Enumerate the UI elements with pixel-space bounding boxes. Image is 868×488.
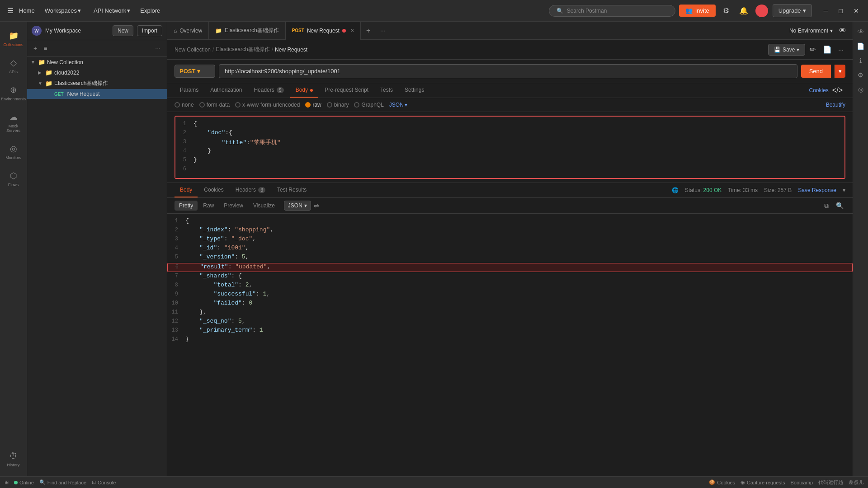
new-button[interactable]: New <box>113 25 133 36</box>
tab-close-button[interactable]: ✕ <box>350 28 354 33</box>
beautify-button[interactable]: Beautify <box>826 102 845 108</box>
right-panel-settings-button[interactable]: ⚙ <box>855 69 866 81</box>
search-response-button[interactable]: 🔍 <box>834 201 845 211</box>
upgrade-button[interactable]: Upgrade ▾ <box>773 4 812 17</box>
tab-new-request[interactable]: POST New Request ✕ <box>286 22 361 40</box>
import-button[interactable]: Import <box>137 25 162 36</box>
folder-cloud2022[interactable]: ▶ 📁 cloud2022 <box>27 67 167 78</box>
home-menu-item[interactable]: Home <box>19 7 35 14</box>
body-option-graphql[interactable]: GraphQL <box>354 102 383 108</box>
method-selector[interactable]: POST ▾ <box>175 65 215 78</box>
api-network-menu-item[interactable]: API Network ▾ <box>91 5 133 16</box>
explore-menu-item[interactable]: Explore <box>140 7 160 14</box>
sidebar-item-flows[interactable]: ⬡ Flows <box>1 166 26 192</box>
tab-overview[interactable]: ⌂ Overview <box>167 22 209 40</box>
es-basics-folder-icon: 📁 <box>45 80 52 87</box>
search-bar[interactable]: 🔍 Search Postman <box>549 5 675 17</box>
avatar[interactable] <box>755 5 768 17</box>
save-button[interactable]: 💾 Save ▾ <box>768 44 805 56</box>
request-body-editor[interactable]: 1 { 2 "doc":{ 3 "title":"苹果手机" 4 } <box>175 117 844 178</box>
folder-es-basics[interactable]: ▼ 📁 Elasticsearch基础操作 <box>27 78 167 89</box>
sidebar-item-monitors[interactable]: ◎ Monitors <box>1 139 26 164</box>
breadcrumb-collection[interactable]: New Collection <box>175 47 211 53</box>
tab-params[interactable]: Params <box>175 83 204 98</box>
tab-tests[interactable]: Tests <box>375 83 398 98</box>
body-option-none[interactable]: none <box>175 102 194 108</box>
settings-button[interactable]: ⚙ <box>720 5 732 17</box>
status-chinese-1[interactable]: 代码运行趋 <box>818 479 843 486</box>
tab-body[interactable]: Body <box>290 83 319 98</box>
tab-authorization[interactable]: Authorization <box>205 83 247 98</box>
workspaces-menu-item[interactable]: Workspaces ▾ <box>42 5 84 16</box>
sidebar-bottom: ⏱ History <box>0 446 27 476</box>
status-chinese-2[interactable]: 差点儿 <box>849 479 863 486</box>
online-status[interactable]: Online <box>14 480 34 485</box>
send-dropdown[interactable]: ▾ <box>835 65 845 78</box>
resp-format-raw[interactable]: Raw <box>198 201 218 211</box>
right-panel-target-button[interactable]: ◎ <box>855 83 866 96</box>
bottombar: ⊞ Online 🔍 Find and Replace ⊡ Console 🍪 … <box>0 476 868 488</box>
maximize-button[interactable]: □ <box>835 6 846 15</box>
console-button[interactable]: ⊡ Console <box>92 479 116 485</box>
new-tab-button[interactable]: + <box>361 27 376 35</box>
resp-tab-test-results[interactable]: Test Results <box>272 183 312 197</box>
response-body-scroll[interactable]: 1 { 2 "_index": "shopping", 3 "_type": "… <box>167 214 853 476</box>
tab-headers[interactable]: Headers 9 <box>248 83 289 98</box>
resp-format-visualize[interactable]: Visualize <box>249 201 279 211</box>
invite-button[interactable]: 👥 Invite <box>679 5 716 17</box>
sidebar-item-mock-servers[interactable]: ☁ Mock Servers <box>1 108 26 137</box>
console-icon: ⊡ <box>92 479 96 485</box>
find-replace-button[interactable]: 🔍 Find and Replace <box>39 479 86 485</box>
docs-button[interactable]: 📄 <box>820 43 835 56</box>
tab-es-basics[interactable]: 📁 Elasticsearch基础操作 <box>209 22 285 40</box>
more-options-button[interactable]: ··· <box>153 44 162 53</box>
tab-settings[interactable]: Settings <box>399 83 429 98</box>
bootcamp-button[interactable]: Bootcamp <box>790 480 813 485</box>
edit-button[interactable]: ✏ <box>807 43 818 56</box>
send-button[interactable]: Send <box>801 65 831 78</box>
right-panel-docs-button[interactable]: 📄 <box>854 40 867 52</box>
layout-icon: ⊞ <box>5 479 9 485</box>
environment-selector[interactable]: No Environment ▾ <box>786 28 836 34</box>
response-format-selector[interactable]: JSON ▾ <box>284 201 311 211</box>
resp-tab-cookies[interactable]: Cookies <box>198 183 229 197</box>
right-panel-info-button[interactable]: ℹ <box>857 54 864 67</box>
close-button[interactable]: ✕ <box>850 6 863 15</box>
collection-root[interactable]: ▼ 📁 New Collection <box>27 57 167 67</box>
resp-tab-body[interactable]: Body <box>175 183 198 197</box>
layout-toggle[interactable]: ⊞ <box>5 479 9 485</box>
code-view-button[interactable]: </> <box>830 84 845 96</box>
resp-format-preview[interactable]: Preview <box>219 201 248 211</box>
minimize-button[interactable]: ─ <box>820 6 832 15</box>
add-collection-button[interactable]: + <box>32 44 39 53</box>
url-input[interactable] <box>219 64 797 78</box>
sidebar-item-environments[interactable]: ⊕ Environments <box>1 80 26 106</box>
body-option-binary[interactable]: binary <box>327 102 349 108</box>
sidebar-item-history[interactable]: ⏱ History <box>1 447 26 472</box>
body-option-form-data[interactable]: form-data <box>199 102 230 108</box>
cookies-bottom-button[interactable]: 🍪 Cookies <box>709 479 735 485</box>
cookies-link[interactable]: Cookies <box>809 87 829 94</box>
resp-filter-button[interactable]: ⇌ <box>312 201 321 210</box>
resp-format-pretty[interactable]: Pretty <box>175 201 198 211</box>
format-selector[interactable]: JSON ▾ <box>389 102 407 108</box>
sidebar-item-collections[interactable]: 📁 Collections <box>1 26 26 52</box>
resp-tab-headers[interactable]: Headers 3 <box>230 183 271 197</box>
save-response-button[interactable]: Save Response <box>798 187 836 193</box>
tab-pre-request-script[interactable]: Pre-request Script <box>319 83 374 98</box>
capture-requests-button[interactable]: ◉ Capture requests <box>741 479 785 485</box>
body-option-raw[interactable]: raw <box>305 102 321 108</box>
request-new-request[interactable]: GET New Request <box>27 89 167 99</box>
notifications-button[interactable]: 🔔 <box>736 5 751 17</box>
env-settings-button[interactable]: 👁 <box>836 25 849 37</box>
tabs-more-button[interactable]: ··· <box>376 27 390 34</box>
filter-collections-button[interactable]: ≡ <box>42 44 49 53</box>
right-panel-env-button[interactable]: 👁 <box>855 25 867 38</box>
breadcrumb-more-button[interactable]: ··· <box>836 45 845 54</box>
breadcrumb-folder[interactable]: Elasticsearch基础操作 <box>216 46 269 53</box>
body-option-urlencoded[interactable]: x-www-form-urlencoded <box>235 102 300 108</box>
sidebar-item-apis[interactable]: ◇ APIs <box>1 53 26 79</box>
hamburger-button[interactable]: ☰ <box>5 5 15 17</box>
body-tab-dot <box>310 89 313 92</box>
copy-response-button[interactable]: ⧉ <box>822 201 830 211</box>
